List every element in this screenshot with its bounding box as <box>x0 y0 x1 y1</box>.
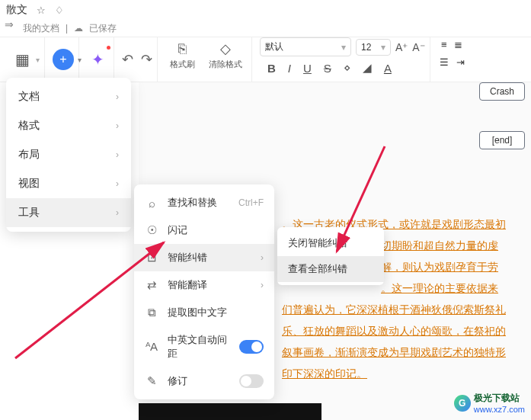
strikethrough-button[interactable]: S <box>321 60 334 76</box>
submenu-view-all-errors[interactable]: 查看全部纠错 <box>277 256 384 282</box>
submenu-auto-spacing[interactable]: ᴬA 中英文自动间距 <box>134 326 274 367</box>
list-number-button[interactable]: ≣ <box>453 37 464 52</box>
decrease-font-button[interactable]: A⁻ <box>412 41 424 53</box>
submenu-extract-text[interactable]: ⧉ 提取图中文字 <box>134 299 274 326</box>
auto-spacing-toggle[interactable] <box>239 340 264 354</box>
redo-button[interactable]: ↷ <box>141 51 152 68</box>
notification-icon[interactable]: ♢ <box>55 5 64 16</box>
chevron-right-icon: › <box>116 178 119 189</box>
chevron-down-icon[interactable]: ▾ <box>36 56 40 64</box>
undo-button[interactable]: ↶ <box>122 51 133 68</box>
chevron-right-icon: › <box>261 280 264 290</box>
increase-font-button[interactable]: A⁺ <box>395 41 408 53</box>
format-brush-button[interactable]: ⎘ 格式刷 <box>165 37 200 73</box>
toolbar: ▦ ▾ +▾ ✦ ↶ ↷ ⎘ 格式刷 ◇ 清除格式 默认 <box>0 37 531 82</box>
flowchart: Crash [end] <box>479 82 525 180</box>
font-size-select[interactable]: 12▾ <box>356 39 391 56</box>
ai-magic-button[interactable]: ✦ <box>87 47 109 72</box>
search-icon: ⌕ <box>145 197 158 210</box>
flowchart-node-end[interactable]: [end] <box>479 131 525 149</box>
clear-format-button[interactable]: ◇ 清除格式 <box>204 37 247 73</box>
main-menu-dropdown: 文档› 格式› 布局› 视图› 工具› <box>6 78 131 232</box>
chevron-right-icon: › <box>116 91 119 102</box>
translate-icon: ⇄ <box>145 278 158 292</box>
lightbulb-icon: ☉ <box>145 223 158 237</box>
font-family-select[interactable]: 默认▾ <box>260 37 351 56</box>
indent-button[interactable]: ⇥ <box>455 55 466 69</box>
divider: | <box>66 23 68 34</box>
menu-item-view[interactable]: 视图› <box>6 169 131 198</box>
submenu-find-replace[interactable]: ⌕ 查找和替换 Ctrl+F <box>134 189 274 216</box>
watermark: G 极光下载站 www.xz7.com <box>454 392 525 414</box>
text-color-button[interactable]: A <box>381 60 395 76</box>
bold-button[interactable]: B <box>264 60 279 76</box>
code-button[interactable]: ⋄ <box>341 59 353 76</box>
bottom-bar <box>139 403 321 420</box>
underline-button[interactable]: U <box>300 60 315 76</box>
menu-item-layout[interactable]: 布局› <box>6 140 131 169</box>
correct-icon: ⊡ <box>145 251 158 265</box>
doc-title: 散文 <box>6 3 27 17</box>
add-button[interactable]: +▾ <box>53 49 74 70</box>
submenu-revision[interactable]: ✎ 修订 <box>134 367 274 395</box>
list-bullet-button[interactable]: ≡ <box>440 37 449 52</box>
hamburger-icon[interactable]: ⇒ <box>5 18 14 30</box>
menu-item-document[interactable]: 文档› <box>6 82 131 111</box>
save-status: 已保存 <box>89 22 117 35</box>
cloud-icon: ☁ <box>74 23 83 34</box>
submenu-close-correct[interactable]: 关闭智能纠错 <box>277 230 384 256</box>
submenu-flashnote[interactable]: ☉ 闪记 <box>134 216 274 244</box>
smart-correct-submenu: 关闭智能纠错 查看全部纠错 <box>277 227 384 285</box>
chevron-right-icon: › <box>116 149 119 160</box>
revision-icon: ✎ <box>145 374 158 388</box>
watermark-logo-icon: G <box>454 395 471 412</box>
breadcrumb-my-docs[interactable]: 我的文档 <box>23 22 59 35</box>
italic-button[interactable]: I <box>285 60 294 76</box>
revision-toggle[interactable] <box>239 374 264 388</box>
chevron-right-icon: › <box>261 252 264 263</box>
menu-item-format[interactable]: 格式› <box>6 111 131 140</box>
tools-submenu: ⌕ 查找和替换 Ctrl+F ☉ 闪记 ⊡ 智能纠错 › ⇄ 智能翻译 › ⧉ … <box>134 184 274 399</box>
spacing-icon: ᴬA <box>145 340 158 354</box>
submenu-smart-translate[interactable]: ⇄ 智能翻译 › <box>134 271 274 299</box>
star-icon[interactable]: ☆ <box>37 5 46 16</box>
ocr-icon: ⧉ <box>145 306 158 319</box>
menu-item-tools[interactable]: 工具› <box>6 198 131 227</box>
grid-view-button[interactable]: ▦ <box>11 47 34 72</box>
chevron-right-icon: › <box>116 120 119 131</box>
submenu-smart-correct[interactable]: ⊡ 智能纠错 › <box>134 244 274 271</box>
flowchart-node-crash[interactable]: Crash <box>479 82 525 101</box>
chevron-right-icon: › <box>116 207 119 218</box>
highlight-button[interactable]: ◢ <box>360 59 375 76</box>
align-button[interactable]: ☰ <box>438 55 450 69</box>
